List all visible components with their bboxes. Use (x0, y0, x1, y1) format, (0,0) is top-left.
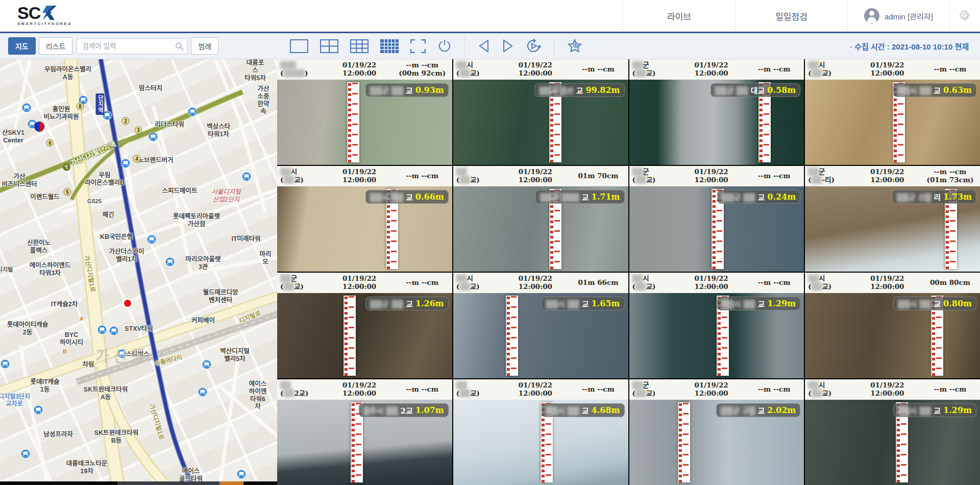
camera-tile[interactable]: ▒▒ (▒▒교) 01/19/22 12:00:00 01m 70cm ▒▒군 … (453, 166, 628, 272)
camera-location-label: ▒▒시 (▒▒교) (453, 275, 501, 290)
camera-osd-header: ▒▒시 (▒▒교) 01/19/22 12:00:00 --m --cm (805, 379, 980, 400)
bus-stop-icon[interactable] (103, 111, 112, 120)
camera-tile[interactable]: ▒▒군 (▒▒교) 01/19/22 12:00:00 --m --cm ▒▒군… (629, 166, 804, 272)
camera-tile[interactable]: ▒▒시 (▒▒교) 01/19/22 12:00:00 --m --cm ▒▒시… (805, 379, 980, 485)
bus-stop-icon[interactable] (199, 388, 207, 397)
camera-tile[interactable]: ▒▒ (▒▒교) 01/19/22 12:00:00 --m --cm ▒▒시 … (453, 379, 628, 485)
camera-tile[interactable]: ▒▒군 (▒▒교) 01/19/22 12:00:00 --m --cm ▒▒군… (277, 273, 452, 378)
bus-stop-icon[interactable] (22, 104, 31, 112)
bus-stop-icon[interactable] (149, 133, 158, 141)
camera-tile[interactable]: ▒▒군 (▒▒교) 01/19/22 12:00:00 --m --cm ▒▒군… (629, 379, 804, 485)
camera-reading: --m --cm (570, 385, 628, 394)
search-icon[interactable] (175, 42, 184, 51)
camera-reading: 01m 70cm (570, 172, 628, 180)
power-button[interactable] (437, 39, 452, 53)
bus-stop-icon[interactable] (242, 173, 251, 181)
camera-location-label: ▒▒ (▒▒교) (453, 168, 501, 184)
water-level-overlay: ▒▒시 ▒▒교4.68m (542, 403, 625, 417)
bus-stop-icon[interactable] (21, 450, 30, 458)
gear-icon (959, 10, 971, 22)
bus-stop-icon[interactable] (121, 159, 130, 168)
water-level-overlay: ▒▒군 ▒▒교1.26m (365, 297, 449, 310)
settings-button[interactable] (949, 0, 980, 32)
fullscreen-button[interactable] (410, 39, 426, 53)
bus-stop-icon[interactable] (237, 470, 246, 479)
layout-3x3-button[interactable] (350, 39, 369, 53)
legend-button[interactable]: 범례 (191, 37, 218, 55)
station-red-dot-marker[interactable] (124, 300, 131, 307)
camera-image: ▒▒시 ▒▒교0.66m (277, 186, 452, 272)
water-level-overlay: ▒▒시 ▒▒교1.65m (542, 297, 625, 310)
auto-rotate-button[interactable] (526, 38, 541, 54)
layout-2x2-button[interactable] (320, 39, 338, 53)
camera-osd-header: ▒▒ (▒▒교) 01/19/22 12:00:00 --m --cm (453, 379, 628, 400)
map-view-button[interactable]: 지도 (8, 37, 36, 55)
tab-daily-check[interactable]: 일일점검 (735, 0, 847, 32)
bus-stop-icon[interactable] (166, 258, 175, 266)
water-level-gauge (506, 296, 518, 376)
bus-stop-icon[interactable] (203, 360, 211, 369)
camera-reading: --m --cm (01m 73cm) (922, 168, 980, 184)
camera-location-label: ▒▒군 (▒▒교) (629, 61, 677, 77)
user-account[interactable]: admin [관리자] (847, 0, 949, 32)
camera-image: ▒▒군 신▒리1.73m (805, 186, 980, 272)
camera-tile[interactable]: ▒▒ (▒▒2교) 01/19/22 12:00:00 --m --cm ▒주시… (277, 379, 452, 485)
camera-image: ▒▒시 ▒▒교1.65m (453, 293, 628, 378)
numbered-exit-marker[interactable]: 2 (122, 117, 130, 125)
camera-tile[interactable]: ▒▒시 (▒▒교) 01/19/22 12:00:00 --m --cm ▒▒시… (629, 273, 804, 378)
bus-stop-icon[interactable] (34, 406, 43, 415)
camera-tile[interactable]: ▒▒시 (▒▒교) 01/19/22 12:00:00 --m --cm ▒▒시… (453, 59, 628, 165)
list-view-button[interactable]: 리스트 (39, 37, 73, 55)
favorite-star-button[interactable] (567, 39, 582, 54)
camera-osd-header: ▒▒군 (▒▒교) 01/19/22 12:00:00 --m --cm (629, 166, 804, 186)
water-level-overlay: ▒▒시 ▒▒교1.29m (717, 297, 800, 310)
camera-location-label: ▒▒시 (▒▒교) (805, 275, 852, 290)
camera-tile[interactable]: ▒▒시 (▒▒교) 01/19/22 12:00:00 --m --cm ▒▒시… (805, 59, 980, 165)
camera-datetime: 01/19/22 12:00:00 (325, 168, 395, 184)
search-input[interactable] (77, 38, 188, 54)
camera-image: ▒▒군 구▒교2.02m (629, 400, 804, 485)
bus-stop-icon[interactable] (110, 327, 118, 335)
camera-datetime: 01/19/22 12:00:00 (325, 275, 395, 290)
user-label: admin [관리자] (885, 11, 933, 21)
camera-location-label: ▒▒ (▒▒교) (453, 381, 501, 397)
camera-tile[interactable]: ▒▒시 (▒▒교) 01/19/22 12:00:00 01m 66cm ▒▒시… (453, 273, 628, 378)
camera-osd-header: ▒▒ (▒▒2교) 01/19/22 12:00:00 --m --cm (277, 379, 452, 400)
numbered-exit-marker[interactable]: 5 (64, 188, 71, 196)
header: SC SMARTCITYKOREA 라이브 일일점검 admin [관리자] (0, 0, 980, 32)
user-avatar-icon (864, 8, 879, 23)
camera-reading: --m --cm (746, 65, 804, 74)
camera-tile[interactable]: ▒▒▒ (▒▒▒▒) 01/19/22 12:00:00 --m --cm (0… (277, 59, 452, 165)
camera-datetime: 01/19/22 12:00:00 (676, 381, 746, 397)
next-page-button[interactable] (502, 39, 514, 53)
bus-stop-icon[interactable] (188, 108, 197, 116)
water-level-overlay: ▒▒군 구▒교2.02m (716, 403, 800, 417)
bus-stop-icon[interactable] (98, 326, 107, 334)
camera-reading: --m --cm (922, 385, 980, 394)
numbered-exit-marker[interactable]: 6 (46, 139, 54, 147)
selected-station-pin[interactable] (34, 122, 44, 132)
numbered-exit-marker[interactable]: 3 (135, 127, 142, 134)
camera-tile[interactable]: ▒▒군 (▒▒교) 01/19/22 12:00:00 --m --cm ▒▒군… (629, 59, 804, 165)
bus-stop-icon[interactable] (148, 235, 156, 244)
map-bottom-bar-segment (219, 481, 243, 485)
bus-stop-icon[interactable] (118, 350, 127, 358)
bus-stop-icon[interactable] (1, 360, 10, 369)
camera-tile[interactable]: ▒▒시 (▒▒교) 01/19/22 12:00:00 --m --cm ▒▒시… (277, 166, 452, 272)
map-pane[interactable]: 우림라이온스밸리 A동대륭포스 타워5차맘스터치가산 소중한약속홍인원 비뇨기과… (0, 59, 277, 485)
water-level-overlay: ▒▒시 ▒▒교0.66m (365, 190, 449, 204)
camera-osd-header: ▒▒ (▒▒교) 01/19/22 12:00:00 01m 70cm (453, 166, 628, 186)
camera-tile[interactable]: ▒▒시 (▒▒교) 01/19/22 12:00:00 00m 80cm ▒▒시… (805, 273, 980, 378)
layout-1x1-button[interactable] (290, 39, 308, 53)
camera-reading: --m --cm (00m 92cm) (395, 61, 452, 77)
tab-live[interactable]: 라이브 (623, 0, 735, 32)
numbered-exit-marker[interactable]: 4 (133, 155, 141, 163)
camera-image: ▒▒시 ▒▒교1.29m (629, 293, 804, 378)
layout-4x4-button-active[interactable] (380, 39, 399, 53)
numbered-exit-marker[interactable]: 8 (77, 103, 84, 110)
camera-datetime: 01/19/22 12:00:00 (676, 61, 746, 77)
camera-image: ▒▒시 ▒▒교1.29m (805, 400, 980, 485)
camera-tile[interactable]: ▒▒군 (▒▒-리) 01/19/22 12:00:00 --m --cm (0… (805, 166, 980, 272)
camera-datetime: 01/19/22 12:00:00 (500, 61, 570, 77)
prev-page-button[interactable] (478, 39, 490, 53)
